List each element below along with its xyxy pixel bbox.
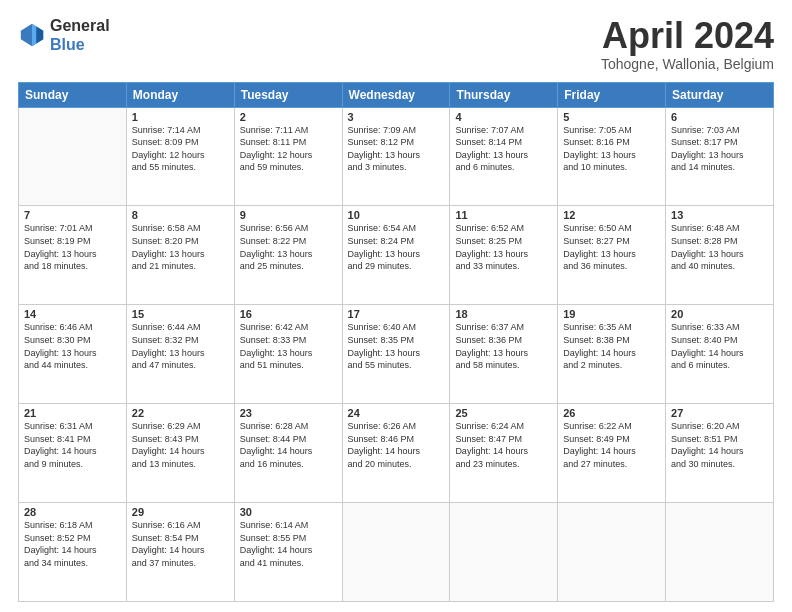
day-number: 16 [240,308,337,320]
day-number: 12 [563,209,660,221]
header-day-thursday: Thursday [450,82,558,107]
day-number: 1 [132,111,229,123]
day-info: Sunrise: 7:05 AM Sunset: 8:16 PM Dayligh… [563,124,660,174]
calendar-body: 1Sunrise: 7:14 AM Sunset: 8:09 PM Daylig… [19,107,774,601]
calendar-cell: 1Sunrise: 7:14 AM Sunset: 8:09 PM Daylig… [126,107,234,206]
calendar-cell: 4Sunrise: 7:07 AM Sunset: 8:14 PM Daylig… [450,107,558,206]
calendar-cell: 20Sunrise: 6:33 AM Sunset: 8:40 PM Dayli… [666,305,774,404]
day-number: 27 [671,407,768,419]
week-row-2: 7Sunrise: 7:01 AM Sunset: 8:19 PM Daylig… [19,206,774,305]
calendar-cell: 21Sunrise: 6:31 AM Sunset: 8:41 PM Dayli… [19,404,127,503]
week-row-4: 21Sunrise: 6:31 AM Sunset: 8:41 PM Dayli… [19,404,774,503]
day-number: 11 [455,209,552,221]
day-number: 2 [240,111,337,123]
day-number: 7 [24,209,121,221]
day-number: 25 [455,407,552,419]
calendar-cell: 25Sunrise: 6:24 AM Sunset: 8:47 PM Dayli… [450,404,558,503]
page: General Blue April 2024 Tohogne, Walloni… [0,0,792,612]
calendar-cell: 11Sunrise: 6:52 AM Sunset: 8:25 PM Dayli… [450,206,558,305]
day-number: 22 [132,407,229,419]
calendar-cell: 23Sunrise: 6:28 AM Sunset: 8:44 PM Dayli… [234,404,342,503]
day-number: 3 [348,111,445,123]
calendar-cell: 12Sunrise: 6:50 AM Sunset: 8:27 PM Dayli… [558,206,666,305]
svg-marker-2 [32,24,36,46]
day-number: 18 [455,308,552,320]
calendar-cell: 7Sunrise: 7:01 AM Sunset: 8:19 PM Daylig… [19,206,127,305]
day-info: Sunrise: 6:35 AM Sunset: 8:38 PM Dayligh… [563,321,660,371]
day-info: Sunrise: 6:18 AM Sunset: 8:52 PM Dayligh… [24,519,121,569]
day-info: Sunrise: 6:44 AM Sunset: 8:32 PM Dayligh… [132,321,229,371]
day-number: 24 [348,407,445,419]
week-row-5: 28Sunrise: 6:18 AM Sunset: 8:52 PM Dayli… [19,503,774,602]
day-number: 6 [671,111,768,123]
day-info: Sunrise: 6:33 AM Sunset: 8:40 PM Dayligh… [671,321,768,371]
calendar-cell: 15Sunrise: 6:44 AM Sunset: 8:32 PM Dayli… [126,305,234,404]
calendar-cell: 22Sunrise: 6:29 AM Sunset: 8:43 PM Dayli… [126,404,234,503]
day-number: 30 [240,506,337,518]
header-day-sunday: Sunday [19,82,127,107]
calendar-cell: 26Sunrise: 6:22 AM Sunset: 8:49 PM Dayli… [558,404,666,503]
day-number: 14 [24,308,121,320]
calendar-cell: 30Sunrise: 6:14 AM Sunset: 8:55 PM Dayli… [234,503,342,602]
day-number: 17 [348,308,445,320]
logo: General Blue [18,16,110,54]
title-block: April 2024 Tohogne, Wallonia, Belgium [601,16,774,72]
day-info: Sunrise: 6:28 AM Sunset: 8:44 PM Dayligh… [240,420,337,470]
day-number: 19 [563,308,660,320]
calendar-cell: 28Sunrise: 6:18 AM Sunset: 8:52 PM Dayli… [19,503,127,602]
header-day-monday: Monday [126,82,234,107]
day-info: Sunrise: 6:31 AM Sunset: 8:41 PM Dayligh… [24,420,121,470]
day-info: Sunrise: 6:26 AM Sunset: 8:46 PM Dayligh… [348,420,445,470]
day-info: Sunrise: 7:01 AM Sunset: 8:19 PM Dayligh… [24,222,121,272]
logo-blue-line: Blue [50,35,110,54]
header-day-tuesday: Tuesday [234,82,342,107]
day-number: 23 [240,407,337,419]
day-info: Sunrise: 6:50 AM Sunset: 8:27 PM Dayligh… [563,222,660,272]
day-info: Sunrise: 6:24 AM Sunset: 8:47 PM Dayligh… [455,420,552,470]
day-info: Sunrise: 6:37 AM Sunset: 8:36 PM Dayligh… [455,321,552,371]
day-number: 29 [132,506,229,518]
calendar-cell [666,503,774,602]
calendar-cell: 5Sunrise: 7:05 AM Sunset: 8:16 PM Daylig… [558,107,666,206]
day-info: Sunrise: 7:03 AM Sunset: 8:17 PM Dayligh… [671,124,768,174]
day-info: Sunrise: 6:56 AM Sunset: 8:22 PM Dayligh… [240,222,337,272]
header-day-wednesday: Wednesday [342,82,450,107]
calendar-cell [558,503,666,602]
day-info: Sunrise: 6:58 AM Sunset: 8:20 PM Dayligh… [132,222,229,272]
calendar-header: SundayMondayTuesdayWednesdayThursdayFrid… [19,82,774,107]
day-info: Sunrise: 6:29 AM Sunset: 8:43 PM Dayligh… [132,420,229,470]
svg-marker-1 [36,27,43,44]
day-number: 13 [671,209,768,221]
day-number: 5 [563,111,660,123]
header-day-friday: Friday [558,82,666,107]
calendar-cell: 10Sunrise: 6:54 AM Sunset: 8:24 PM Dayli… [342,206,450,305]
day-info: Sunrise: 7:11 AM Sunset: 8:11 PM Dayligh… [240,124,337,174]
day-info: Sunrise: 6:20 AM Sunset: 8:51 PM Dayligh… [671,420,768,470]
month-title: April 2024 [601,16,774,56]
day-info: Sunrise: 6:16 AM Sunset: 8:54 PM Dayligh… [132,519,229,569]
calendar-cell: 18Sunrise: 6:37 AM Sunset: 8:36 PM Dayli… [450,305,558,404]
week-row-1: 1Sunrise: 7:14 AM Sunset: 8:09 PM Daylig… [19,107,774,206]
logo-icon [18,21,46,49]
header: General Blue April 2024 Tohogne, Walloni… [18,16,774,72]
day-info: Sunrise: 7:07 AM Sunset: 8:14 PM Dayligh… [455,124,552,174]
calendar-cell: 19Sunrise: 6:35 AM Sunset: 8:38 PM Dayli… [558,305,666,404]
calendar-cell: 9Sunrise: 6:56 AM Sunset: 8:22 PM Daylig… [234,206,342,305]
day-number: 20 [671,308,768,320]
day-info: Sunrise: 6:42 AM Sunset: 8:33 PM Dayligh… [240,321,337,371]
header-row: SundayMondayTuesdayWednesdayThursdayFrid… [19,82,774,107]
day-number: 26 [563,407,660,419]
calendar-cell: 29Sunrise: 6:16 AM Sunset: 8:54 PM Dayli… [126,503,234,602]
calendar-cell [342,503,450,602]
day-number: 28 [24,506,121,518]
day-info: Sunrise: 6:22 AM Sunset: 8:49 PM Dayligh… [563,420,660,470]
calendar-cell: 24Sunrise: 6:26 AM Sunset: 8:46 PM Dayli… [342,404,450,503]
logo-text: General Blue [50,16,110,54]
calendar-cell: 8Sunrise: 6:58 AM Sunset: 8:20 PM Daylig… [126,206,234,305]
day-info: Sunrise: 6:40 AM Sunset: 8:35 PM Dayligh… [348,321,445,371]
calendar-cell: 14Sunrise: 6:46 AM Sunset: 8:30 PM Dayli… [19,305,127,404]
day-number: 21 [24,407,121,419]
calendar-cell: 17Sunrise: 6:40 AM Sunset: 8:35 PM Dayli… [342,305,450,404]
day-info: Sunrise: 6:46 AM Sunset: 8:30 PM Dayligh… [24,321,121,371]
calendar-cell: 3Sunrise: 7:09 AM Sunset: 8:12 PM Daylig… [342,107,450,206]
